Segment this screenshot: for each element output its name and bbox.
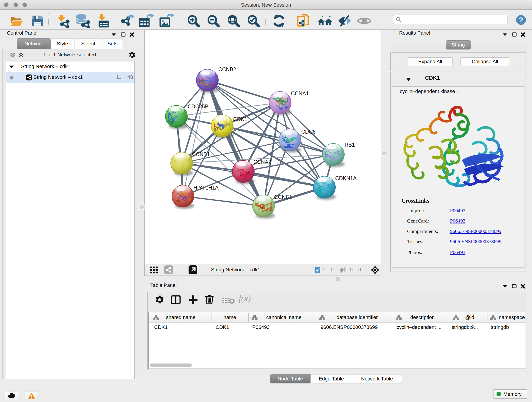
svg-text:CCNB1: CCNB1 — [192, 151, 210, 157]
svg-text:CDK1: CDK1 — [233, 116, 247, 122]
svg-text:HIST1H1A: HIST1H1A — [193, 185, 219, 191]
svg-text:CDC6: CDC6 — [301, 129, 316, 135]
svg-text:CDKN1A: CDKN1A — [335, 175, 357, 181]
svg-text:CCNA2: CCNA2 — [253, 159, 271, 165]
svg-text:CCNB2: CCNB2 — [218, 66, 236, 72]
svg-text:CCNA1: CCNA1 — [291, 90, 309, 96]
svg-text:CCNE1: CCNE1 — [274, 194, 292, 200]
svg-text:?: ? — [519, 16, 523, 24]
svg-text:CDC25B: CDC25B — [188, 104, 209, 109]
svg-text:RB1: RB1 — [345, 142, 355, 148]
